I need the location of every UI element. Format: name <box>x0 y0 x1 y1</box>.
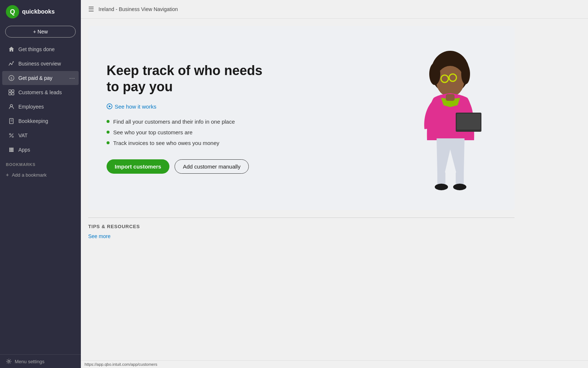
apps-icon <box>8 146 15 153</box>
svg-text:$: $ <box>10 77 12 80</box>
menu-settings-item[interactable]: Menu settings <box>0 354 81 368</box>
percent-icon <box>8 132 15 139</box>
svg-rect-9 <box>9 93 11 95</box>
add-bookmark-item[interactable]: + Add a bookmark <box>0 169 81 181</box>
bullet-dot-2 <box>107 131 110 134</box>
menu-settings-label: Menu settings <box>15 359 44 364</box>
svg-point-31 <box>436 66 464 97</box>
sidebar-item-label: VAT <box>18 132 28 138</box>
sidebar-logo: Q quickbooks <box>0 0 81 24</box>
svg-line-34 <box>448 78 449 78</box>
top-bar: ☰ Ireland - Business View Navigation <box>81 0 588 19</box>
svg-marker-29 <box>109 105 111 107</box>
dollar-icon: $ <box>8 75 15 81</box>
add-customer-manually-button[interactable]: Add customer manually <box>175 159 249 174</box>
svg-point-24 <box>9 151 11 152</box>
svg-rect-8 <box>12 90 14 92</box>
sidebar-item-label: Employees <box>18 104 44 110</box>
woman-illustration <box>401 45 496 192</box>
svg-point-16 <box>10 134 11 135</box>
settings-icon <box>6 358 12 364</box>
action-buttons: Import customers Add customer manually <box>107 159 262 174</box>
sidebar-nav: Get things done Business overview $ G <box>0 42 81 157</box>
svg-point-43 <box>461 64 470 84</box>
sidebar-item-label: Business overview <box>18 61 61 67</box>
svg-point-4 <box>13 61 14 63</box>
hamburger-icon[interactable]: ☰ <box>88 5 94 13</box>
feature-bullets: Find all your customers and their info i… <box>107 118 262 146</box>
tips-see-more-link[interactable]: See more <box>88 233 111 239</box>
sidebar-item-business-overview[interactable]: Business overview <box>2 57 79 71</box>
sidebar-item-bookkeeping[interactable]: Bookkeeping <box>2 114 79 128</box>
svg-point-25 <box>11 151 12 152</box>
bullet-item-3: Track invoices to see who owes you money <box>107 140 262 146</box>
sidebar-item-label: Get things done <box>18 46 55 52</box>
book-icon <box>8 118 15 124</box>
svg-point-17 <box>12 136 14 138</box>
tips-title: TIPS & RESOURCES <box>88 217 514 229</box>
more-options-icon[interactable]: ⋯ <box>69 75 75 82</box>
sidebar-item-vat[interactable]: VAT <box>2 128 79 142</box>
svg-point-20 <box>12 148 14 149</box>
main-content: ☰ Ireland - Business View Navigation Kee… <box>81 0 588 368</box>
bullet-dot-3 <box>107 141 110 144</box>
bullet-dot-1 <box>107 120 110 123</box>
sidebar-item-apps[interactable]: Apps <box>2 143 79 157</box>
svg-point-19 <box>11 148 12 149</box>
person-icon <box>8 103 15 110</box>
home-icon <box>8 46 15 53</box>
sidebar-item-label: Get paid & pay <box>18 75 53 81</box>
sidebar-item-customers-leads[interactable]: Customers & leads <box>2 85 79 99</box>
bullet-item-1: Find all your customers and their info i… <box>107 118 262 125</box>
svg-line-15 <box>10 134 13 137</box>
grid-icon <box>8 89 15 96</box>
svg-point-40 <box>453 184 466 190</box>
tips-section: TIPS & RESOURCES See more <box>88 217 514 247</box>
woman-svg <box>401 45 496 199</box>
svg-point-3 <box>11 64 12 65</box>
import-customers-button[interactable]: Import customers <box>107 159 169 174</box>
sidebar: Q quickbooks + New Get things done <box>0 0 81 368</box>
top-bar-title: Ireland - Business View Navigation <box>98 6 178 12</box>
logo-text: quickbooks <box>22 8 55 15</box>
svg-point-26 <box>12 151 14 152</box>
new-button[interactable]: + New <box>5 26 76 38</box>
chart-icon <box>8 60 15 67</box>
sidebar-item-get-things-done[interactable]: Get things done <box>2 42 79 56</box>
feature-card: Keep track of who needs to pay you See h… <box>88 26 514 210</box>
new-button-label: + New <box>33 29 48 35</box>
bookmarks-section-label: BOOKMARKS <box>0 157 81 169</box>
sidebar-item-employees[interactable]: Employees <box>2 100 79 114</box>
url-bar: https://app.qbo.intuit.com/app/customers <box>81 360 588 368</box>
svg-rect-7 <box>9 90 11 92</box>
svg-rect-41 <box>446 94 455 101</box>
svg-point-42 <box>429 63 440 85</box>
svg-point-18 <box>9 148 11 149</box>
svg-point-22 <box>11 149 12 151</box>
url-text: https://app.qbo.intuit.com/app/customers <box>85 362 157 367</box>
svg-point-27 <box>8 361 10 362</box>
svg-point-11 <box>10 105 12 107</box>
bullet-item-2: See who your top customers are <box>107 129 262 135</box>
svg-text:Q: Q <box>10 8 15 15</box>
sidebar-item-label: Bookkeeping <box>18 118 48 124</box>
content-area: Keep track of who needs to pay you See h… <box>81 19 588 360</box>
feature-card-title: Keep track of who needs to pay you <box>107 63 262 94</box>
add-bookmark-label: Add a bookmark <box>12 172 47 178</box>
plus-icon: + <box>6 172 9 178</box>
sidebar-item-get-paid-pay[interactable]: $ Get paid & pay ⋯ <box>2 71 79 85</box>
svg-rect-10 <box>12 93 14 95</box>
svg-point-23 <box>12 149 14 151</box>
quickbooks-logo-icon: Q <box>6 5 19 18</box>
sidebar-item-label: Apps <box>18 147 30 153</box>
svg-point-39 <box>435 184 448 190</box>
see-how-it-works-link[interactable]: See how it works <box>107 103 262 110</box>
svg-rect-36 <box>457 114 480 130</box>
feature-card-content: Keep track of who needs to pay you See h… <box>107 63 262 173</box>
sidebar-item-label: Customers & leads <box>18 89 62 95</box>
play-circle-icon <box>107 103 112 109</box>
svg-point-2 <box>10 63 11 64</box>
svg-point-21 <box>9 149 11 151</box>
